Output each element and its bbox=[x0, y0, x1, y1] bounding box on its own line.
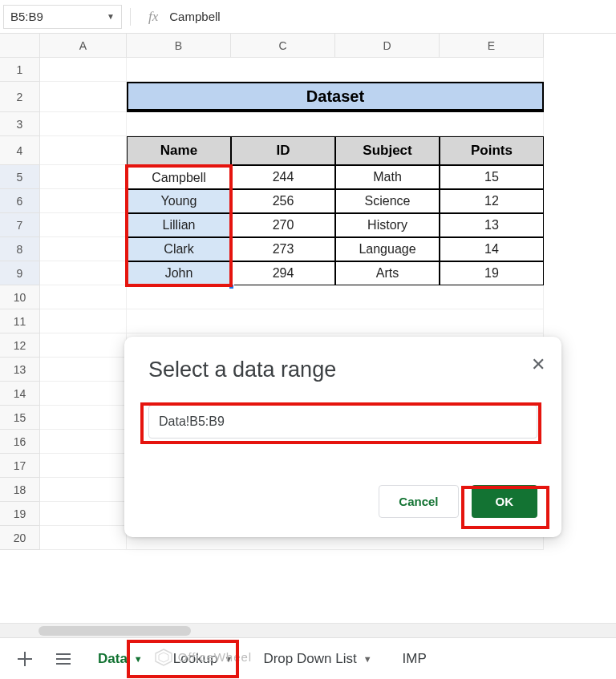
scroll-thumb[interactable] bbox=[38, 626, 191, 636]
svg-marker-0 bbox=[156, 649, 172, 665]
row-header[interactable]: 2 bbox=[0, 82, 40, 112]
row-header[interactable]: 5 bbox=[0, 165, 40, 189]
table-cell[interactable]: History bbox=[335, 213, 440, 237]
row-header[interactable]: 6 bbox=[0, 189, 40, 213]
sheet-tab-strip: Data ▼ Lookup ▼ OfficeWheel Drop Down Li… bbox=[0, 637, 616, 679]
col-header-A[interactable]: A bbox=[40, 34, 127, 58]
selection-fill-handle[interactable] bbox=[229, 284, 234, 289]
dataset-title[interactable]: Dataset bbox=[127, 82, 544, 112]
table-cell[interactable]: 15 bbox=[440, 165, 544, 189]
sheet-tab-lookup[interactable]: Lookup ▼ OfficeWheel bbox=[160, 643, 246, 675]
row-header[interactable]: 7 bbox=[0, 213, 40, 237]
chevron-down-icon: ▼ bbox=[134, 654, 143, 664]
row-header[interactable]: 15 bbox=[0, 406, 40, 430]
watermark-icon bbox=[154, 648, 173, 667]
add-sheet-button[interactable] bbox=[8, 643, 42, 675]
row-header[interactable]: 14 bbox=[0, 382, 40, 406]
row-header[interactable]: 19 bbox=[0, 502, 40, 526]
table-cell[interactable]: Math bbox=[335, 165, 440, 189]
row-header[interactable]: 3 bbox=[0, 112, 40, 136]
row-header[interactable]: 11 bbox=[0, 309, 40, 333]
table-cell[interactable]: Lillian bbox=[127, 213, 231, 237]
sheet-tab-dropdown[interactable]: Drop Down List ▼ bbox=[250, 643, 384, 675]
table-cell[interactable]: 19 bbox=[440, 261, 544, 285]
table-cell[interactable]: 256 bbox=[231, 189, 335, 213]
data-range-input[interactable] bbox=[148, 405, 537, 439]
chevron-down-icon: ▼ bbox=[363, 654, 372, 664]
fx-icon: fx bbox=[148, 9, 158, 25]
divider bbox=[130, 8, 131, 26]
table-cell[interactable]: John bbox=[127, 261, 231, 285]
row-header[interactable]: 20 bbox=[0, 526, 40, 550]
col-header-D[interactable]: D bbox=[335, 34, 440, 58]
table-cell[interactable]: 270 bbox=[231, 213, 335, 237]
sheet-tab-label: Drop Down List bbox=[263, 651, 356, 667]
table-cell[interactable]: 14 bbox=[440, 237, 544, 261]
row-header[interactable]: 1 bbox=[0, 58, 40, 82]
sheet-tab-data[interactable]: Data ▼ bbox=[85, 643, 156, 675]
name-box[interactable]: B5:B9 ▼ bbox=[3, 5, 122, 29]
row-header[interactable]: 12 bbox=[0, 333, 40, 358]
formula-bar[interactable]: Campbell bbox=[169, 10, 220, 23]
table-header-subject[interactable]: Subject bbox=[335, 136, 440, 165]
select-all-corner[interactable] bbox=[0, 34, 40, 58]
toolbar: B5:B9 ▼ fx Campbell bbox=[0, 0, 616, 34]
col-header-E[interactable]: E bbox=[440, 34, 544, 58]
row-header[interactable]: 10 bbox=[0, 285, 40, 309]
name-box-value: B5:B9 bbox=[10, 10, 43, 23]
row-header[interactable]: 8 bbox=[0, 237, 40, 261]
sheet-tab-imp[interactable]: IMP bbox=[390, 643, 440, 675]
table-cell[interactable]: Language bbox=[335, 237, 440, 261]
table-cell[interactable]: Clark bbox=[127, 237, 231, 261]
table-header-name[interactable]: Name bbox=[127, 136, 231, 165]
table-cell[interactable]: Arts bbox=[335, 261, 440, 285]
chevron-down-icon: ▼ bbox=[225, 654, 233, 664]
col-header-B[interactable]: B bbox=[127, 34, 231, 58]
all-sheets-button[interactable] bbox=[47, 643, 80, 675]
table-cell[interactable]: Campbell bbox=[127, 165, 231, 189]
dialog-title: Select a data range bbox=[148, 358, 537, 382]
row-header[interactable]: 17 bbox=[0, 454, 40, 478]
table-cell[interactable]: Young bbox=[127, 189, 231, 213]
ok-button[interactable]: OK bbox=[472, 485, 538, 518]
plus-icon bbox=[18, 652, 32, 666]
row-header[interactable]: 9 bbox=[0, 261, 40, 285]
horizontal-scrollbar[interactable] bbox=[0, 623, 616, 637]
sheet-tab-label: Data bbox=[98, 651, 128, 667]
table-cell[interactable]: 13 bbox=[440, 213, 544, 237]
table-cell[interactable]: 12 bbox=[440, 189, 544, 213]
table-header-points[interactable]: Points bbox=[440, 136, 544, 165]
sheet-tab-label: IMP bbox=[403, 651, 427, 667]
menu-icon bbox=[56, 653, 71, 665]
row-header[interactable]: 4 bbox=[0, 136, 40, 165]
col-header-C[interactable]: C bbox=[231, 34, 335, 58]
table-cell[interactable]: 273 bbox=[231, 237, 335, 261]
cancel-button[interactable]: Cancel bbox=[379, 485, 458, 518]
table-header-id[interactable]: ID bbox=[231, 136, 335, 165]
table-cell[interactable]: 294 bbox=[231, 261, 335, 285]
row-header[interactable]: 18 bbox=[0, 478, 40, 502]
row-header[interactable]: 16 bbox=[0, 430, 40, 454]
close-icon[interactable]: ✕ bbox=[531, 356, 545, 374]
select-data-range-dialog: Select a data range ✕ Cancel OK bbox=[124, 337, 561, 537]
svg-marker-1 bbox=[159, 653, 168, 662]
column-headers: A B C D E bbox=[0, 34, 616, 58]
sheet-tab-label: Lookup bbox=[173, 651, 218, 667]
table-cell[interactable]: Science bbox=[335, 189, 440, 213]
row-header[interactable]: 13 bbox=[0, 358, 40, 382]
chevron-down-icon: ▼ bbox=[107, 12, 115, 21]
table-cell[interactable]: 244 bbox=[231, 165, 335, 189]
